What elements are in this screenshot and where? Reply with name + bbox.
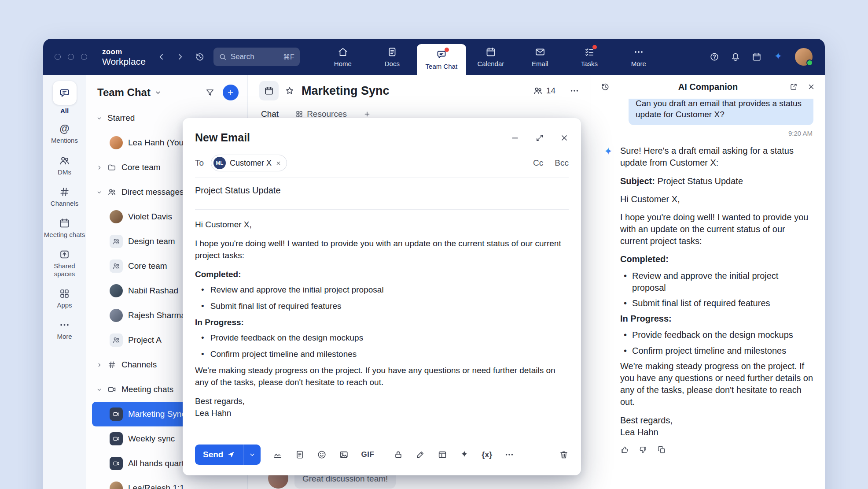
tab-resources[interactable]: Resources xyxy=(295,109,347,119)
tab-tasks[interactable]: Tasks xyxy=(565,39,614,75)
search-input[interactable] xyxy=(231,52,279,61)
window-zoom-button[interactable] xyxy=(81,54,87,60)
meeting-chat-icon xyxy=(110,408,123,421)
ai-response-body-intro: I hope you're doing well! I wanted to pr… xyxy=(620,211,813,248)
rail-item-all[interactable]: All xyxy=(44,81,85,115)
recipient-chip[interactable]: ML Customer X xyxy=(211,155,287,171)
email-body-editor[interactable]: Hi Customer X, I hope you're doing well!… xyxy=(195,210,569,419)
tab-docs[interactable]: Docs xyxy=(368,39,417,75)
rail-item-channels[interactable]: Channels xyxy=(44,186,85,207)
meeting-video-icon xyxy=(107,385,116,394)
toolbar-more-icon[interactable] xyxy=(504,450,514,459)
send-button[interactable]: Send xyxy=(195,445,243,465)
tab-home[interactable]: Home xyxy=(318,39,368,75)
ai-open-external-icon[interactable] xyxy=(790,83,798,91)
channel-meeting-icon[interactable] xyxy=(259,81,279,100)
thumbs-down-icon[interactable] xyxy=(639,445,647,454)
cc-button[interactable]: Cc xyxy=(533,158,543,168)
ai-companion-panel: AI Companion Can you draft an email that… xyxy=(591,75,825,489)
gif-icon[interactable]: GIF xyxy=(361,450,374,459)
send-options-dropdown[interactable] xyxy=(243,445,261,465)
ai-compose-sparkle-icon[interactable] xyxy=(460,450,469,459)
tab-calendar[interactable]: Calendar xyxy=(466,39,515,75)
rail-item-more[interactable]: More xyxy=(44,319,85,340)
tab-email[interactable]: Email xyxy=(515,39,565,75)
calendar-icon xyxy=(485,47,496,57)
copy-icon[interactable] xyxy=(657,445,666,454)
sidebar-item-lea-rajesh-1-1[interactable]: Lea/Rajesh 1:1 xyxy=(92,476,241,489)
member-count[interactable]: 14 xyxy=(533,86,555,96)
filter-icon[interactable] xyxy=(205,88,215,97)
sidebar-title-chevron-down-icon[interactable] xyxy=(154,89,162,96)
new-chat-button[interactable] xyxy=(223,85,239,100)
avatar xyxy=(110,309,123,322)
tab-more[interactable]: More xyxy=(614,39,663,75)
rail-item-dms[interactable]: DMs xyxy=(44,155,85,176)
ai-response-intro: Sure! Here's a draft email asking for a … xyxy=(620,145,813,169)
rail-item-apps[interactable]: Apps xyxy=(44,288,85,309)
rail-item-shared-spaces[interactable]: Shared spaces xyxy=(44,249,85,278)
email-greeting: Hi Customer X, xyxy=(195,219,569,230)
all-chats-icon xyxy=(59,88,70,99)
ai-feedback-bar xyxy=(620,445,813,454)
tab-chat[interactable]: Chat xyxy=(261,109,279,119)
ai-response: Sure! Here's a draft email asking for a … xyxy=(620,145,813,454)
emoji-icon[interactable] xyxy=(317,450,327,459)
list-item: Provide feedback on the design mockups xyxy=(201,332,569,344)
signature-icon[interactable] xyxy=(273,450,283,459)
ai-history-icon[interactable] xyxy=(601,82,610,91)
thumbs-up-icon[interactable] xyxy=(620,445,629,454)
discard-trash-icon[interactable] xyxy=(559,450,569,459)
email-signoff: Best regards, xyxy=(195,395,569,407)
ai-response-signoff: Best regards, xyxy=(620,415,813,426)
add-tab-button[interactable] xyxy=(364,111,371,118)
bcc-button[interactable]: Bcc xyxy=(555,158,569,168)
rail-item-mentions[interactable]: @ Mentions xyxy=(44,123,85,144)
help-icon[interactable] xyxy=(710,52,719,62)
chevron-down-icon xyxy=(96,115,102,121)
ai-completed-list: Review and approve the initial project p… xyxy=(620,270,813,310)
profile-avatar[interactable] xyxy=(795,48,813,66)
search-bar[interactable]: ⌘F xyxy=(213,48,300,66)
mentions-at-icon: @ xyxy=(59,123,69,134)
dms-people-icon xyxy=(59,155,70,166)
remove-recipient-icon[interactable] xyxy=(276,160,281,166)
edit-pencil-icon[interactable] xyxy=(416,450,425,459)
ai-sparkle-icon[interactable] xyxy=(773,52,783,62)
email-signature: Lea Hahn xyxy=(195,407,569,419)
more-icon xyxy=(633,47,644,57)
star-channel-icon[interactable] xyxy=(285,86,294,96)
ai-user-message-bubble: Can you draft an email that provides a s… xyxy=(629,99,813,125)
minimize-icon[interactable] xyxy=(511,133,519,142)
calendar-widget-icon[interactable] xyxy=(752,52,761,62)
attach-file-icon[interactable] xyxy=(295,450,305,459)
expand-icon[interactable] xyxy=(535,133,544,142)
group-icon xyxy=(110,259,123,273)
ai-inprogress-heading: In Progress: xyxy=(620,313,813,325)
window-minimize-button[interactable] xyxy=(68,54,74,60)
chevron-right-icon xyxy=(96,165,102,170)
variables-icon[interactable]: {x} xyxy=(482,450,492,459)
back-button[interactable] xyxy=(157,52,166,61)
search-icon xyxy=(219,53,227,61)
avatar xyxy=(110,482,123,489)
encrypt-lock-icon[interactable] xyxy=(394,450,403,459)
rail-item-meeting-chats[interactable]: Meeting chats xyxy=(44,218,85,238)
ai-conversation[interactable]: Can you draft an email that provides a s… xyxy=(591,99,825,489)
compose-toolbar: Send GIF {x} xyxy=(195,445,569,465)
notifications-bell-icon[interactable] xyxy=(731,52,740,62)
insert-image-icon[interactable] xyxy=(339,450,349,459)
folder-icon xyxy=(107,163,116,172)
close-icon[interactable] xyxy=(560,133,569,142)
tab-team-chat[interactable]: Team Chat xyxy=(417,44,466,75)
channel-more-icon[interactable] xyxy=(570,86,579,96)
subject-input[interactable] xyxy=(195,178,569,203)
sidebar-title[interactable]: Team Chat xyxy=(97,86,151,99)
template-layout-icon[interactable] xyxy=(438,450,447,459)
forward-button[interactable] xyxy=(176,52,184,61)
ai-close-icon[interactable] xyxy=(807,83,815,91)
new-email-modal: New Email To ML Customer X Cc Bcc xyxy=(183,118,581,475)
history-icon[interactable] xyxy=(195,52,205,62)
list-item: Submit final list of required features xyxy=(624,297,813,309)
window-close-button[interactable] xyxy=(55,54,61,60)
